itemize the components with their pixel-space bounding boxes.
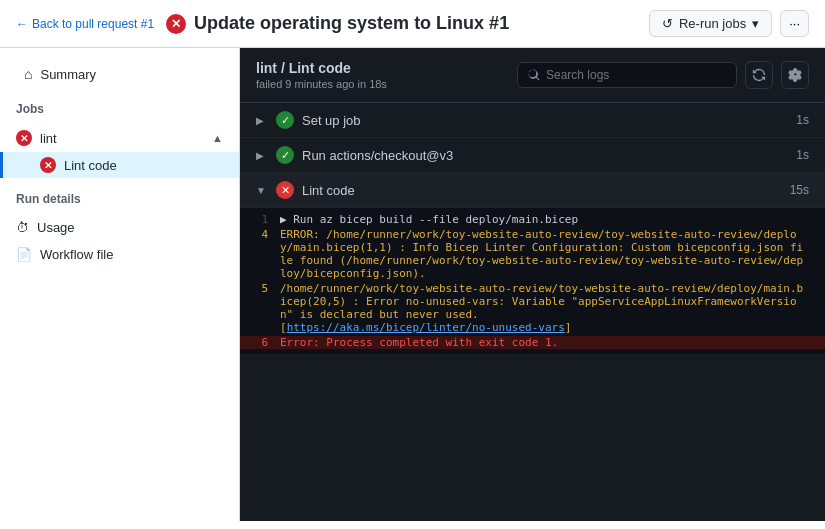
sidebar-jobs-section: Jobs ✕ lint ▲ ✕ Lint code — [0, 96, 239, 178]
home-icon: ⌂ — [24, 66, 32, 82]
back-link[interactable]: ← Back to pull request #1 — [16, 17, 154, 31]
sidebar: ⌂ Summary Jobs ✕ lint ▲ ✕ Lint code Run … — [0, 48, 240, 521]
step-chevron-icon: ▼ — [256, 185, 268, 196]
step-name: Set up job — [302, 113, 788, 128]
settings-button[interactable] — [781, 61, 809, 89]
log-line: 5 /home/runner/work/toy-website-auto-rev… — [240, 281, 825, 335]
log-line: 4 ERROR: /home/runner/work/toy-website-a… — [240, 227, 825, 281]
sidebar-item-summary[interactable]: ⌂ Summary — [8, 60, 231, 88]
more-dots-icon: ··· — [789, 16, 800, 31]
sidebar-job-lint[interactable]: ✕ lint ▲ — [0, 124, 239, 152]
sidebar-item-workflow-file[interactable]: 📄 Workflow file — [0, 241, 239, 268]
step-lint-code[interactable]: ▼ ✕ Lint code 15s — [240, 173, 825, 208]
step-success-icon: ✓ — [276, 146, 294, 164]
sidebar-run-details-section: Run details ⏱ Usage 📄 Workflow file — [0, 186, 239, 268]
line-number: 4 — [240, 228, 280, 280]
linter-link[interactable]: https://aka.ms/bicep/linter/no-unused-va… — [287, 321, 565, 334]
step-success-icon: ✓ — [276, 111, 294, 129]
log-line-error: 6 Error: Process completed with exit cod… — [240, 335, 825, 350]
line-content: ERROR: /home/runner/work/toy-website-aut… — [280, 228, 825, 280]
workflow-file-label: Workflow file — [40, 247, 113, 262]
jobs-header: Jobs — [0, 96, 239, 122]
step-name: Lint code — [302, 183, 782, 198]
search-input[interactable] — [546, 68, 726, 82]
rerun-chevron-icon: ▾ — [752, 16, 759, 31]
workflow-file-icon: 📄 — [16, 247, 32, 262]
line-number: 5 — [240, 282, 280, 334]
step-chevron-icon: ▶ — [256, 115, 268, 126]
usage-label: Usage — [37, 220, 75, 235]
log-header-left: lint / Lint code failed 9 minutes ago in… — [256, 60, 387, 90]
step-error-icon: ✕ — [276, 181, 294, 199]
line-content: ▶ Run az bicep build --file deploy/main.… — [280, 213, 825, 226]
job-name-label: lint — [40, 131, 57, 146]
chevron-up-icon: ▲ — [212, 132, 223, 144]
back-link-label: Back to pull request #1 — [32, 17, 154, 31]
main-content: lint / Lint code failed 9 minutes ago in… — [240, 48, 825, 521]
log-header: lint / Lint code failed 9 minutes ago in… — [240, 48, 825, 103]
sidebar-job-lint-left: ✕ lint — [16, 130, 57, 146]
sidebar-item-usage[interactable]: ⏱ Usage — [0, 214, 239, 241]
log-header-right — [517, 61, 809, 89]
log-line: 1 ▶ Run az bicep build --file deploy/mai… — [240, 212, 825, 227]
log-subtitle: failed 9 minutes ago in 18s — [256, 78, 387, 90]
step-checkout[interactable]: ▶ ✓ Run actions/checkout@v3 1s — [240, 138, 825, 173]
line-number: 6 — [240, 336, 280, 349]
rerun-button[interactable]: ↺ Re-run jobs ▾ — [649, 10, 772, 37]
search-icon — [528, 69, 540, 81]
more-options-button[interactable]: ··· — [780, 10, 809, 37]
step-chevron-icon: ▶ — [256, 150, 268, 161]
top-bar-right: ↺ Re-run jobs ▾ ··· — [649, 10, 809, 37]
top-bar: ← Back to pull request #1 ✕ Update opera… — [0, 0, 825, 48]
back-arrow-icon: ← — [16, 17, 28, 31]
line-content: /home/runner/work/toy-website-auto-revie… — [280, 282, 825, 334]
step-name: Run actions/checkout@v3 — [302, 148, 788, 163]
usage-icon: ⏱ — [16, 220, 29, 235]
sidebar-summary-section: ⌂ Summary — [0, 60, 239, 88]
line-content-error: Error: Process completed with exit code … — [280, 336, 825, 349]
step-time: 15s — [790, 183, 809, 197]
log-title: lint / Lint code — [256, 60, 387, 76]
title-error-icon: ✕ — [166, 14, 186, 34]
step-time: 1s — [796, 148, 809, 162]
log-lines: 1 ▶ Run az bicep build --file deploy/mai… — [240, 208, 825, 354]
layout: ⌂ Summary Jobs ✕ lint ▲ ✕ Lint code Run … — [0, 48, 825, 521]
sub-job-name-label: Lint code — [64, 158, 117, 173]
rerun-label: Re-run jobs — [679, 16, 746, 31]
gear-icon — [788, 68, 802, 82]
refresh-button[interactable] — [745, 61, 773, 89]
sub-job-error-icon: ✕ — [40, 157, 56, 173]
sidebar-sub-job-lint-code[interactable]: ✕ Lint code — [0, 152, 239, 178]
refresh-icon — [752, 68, 766, 82]
rerun-icon: ↺ — [662, 16, 673, 31]
step-time: 1s — [796, 113, 809, 127]
search-box[interactable] — [517, 62, 737, 88]
step-setup-job[interactable]: ▶ ✓ Set up job 1s — [240, 103, 825, 138]
log-body: ▶ ✓ Set up job 1s ▶ ✓ Run actions/checko… — [240, 103, 825, 521]
top-bar-left: ← Back to pull request #1 ✕ Update opera… — [16, 13, 509, 34]
summary-label: Summary — [40, 67, 96, 82]
line-number: 1 — [240, 213, 280, 226]
job-error-icon: ✕ — [16, 130, 32, 146]
page-title-text: Update operating system to Linux #1 — [194, 13, 509, 34]
page-title: ✕ Update operating system to Linux #1 — [166, 13, 509, 34]
run-details-header: Run details — [0, 186, 239, 212]
